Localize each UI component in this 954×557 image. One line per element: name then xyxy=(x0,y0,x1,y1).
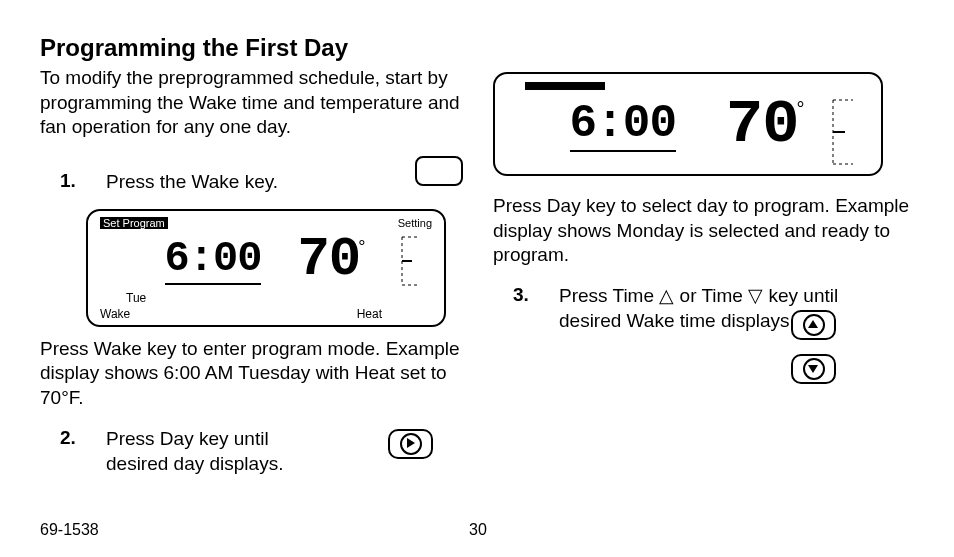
manual-page: Programming the First Day To modify the … xyxy=(0,0,954,557)
step-2: 2. Press Day key until desired day displ… xyxy=(40,427,463,476)
step-text: Press Day key until desired day displays… xyxy=(106,427,336,476)
gauge-icon xyxy=(831,92,857,172)
play-circle-icon xyxy=(400,433,422,455)
step-number: 2. xyxy=(40,427,106,449)
lcd-time: 6:00 xyxy=(165,235,262,285)
up-circle-icon xyxy=(803,314,825,336)
step-1-row: 1. Press the Wake key. xyxy=(40,156,463,201)
lcd-bottom-row: Wake Heat xyxy=(96,305,436,321)
step-number: 1. xyxy=(40,170,106,195)
step-3: 3. Press Time △ or Time ▽ key until desi… xyxy=(493,284,916,333)
page-footer: 69-1538 30 xyxy=(40,521,916,539)
lcd-mid-row: 6:00 70° xyxy=(505,92,871,166)
lcd-top-bar xyxy=(525,82,605,90)
time-down-key-icon xyxy=(791,354,836,384)
caption-1: Press Wake key to enter program mode. Ex… xyxy=(40,337,463,411)
lcd-top-row: Set Program Setting xyxy=(96,217,436,231)
step-1: 1. Press the Wake key. xyxy=(40,170,405,195)
degree-icon: ° xyxy=(358,237,365,257)
triangle-up-icon: △ xyxy=(659,285,674,306)
time-keys xyxy=(791,310,836,384)
right-column: 6:00 70° Press Day key to select day to … xyxy=(493,34,916,537)
gauge-icon xyxy=(400,231,422,291)
step-text-a: Press Time xyxy=(559,285,659,306)
lcd-temp: 70 xyxy=(726,94,798,156)
set-program-chip: Set Program xyxy=(100,217,168,229)
lcd-temp-wrap: 70° xyxy=(726,94,806,156)
setting-label: Setting xyxy=(398,217,432,229)
page-number: 30 xyxy=(469,521,487,539)
page-heading: Programming the First Day xyxy=(40,34,463,62)
triangle-down-icon: ▽ xyxy=(748,285,763,306)
day-key-icon xyxy=(388,429,433,459)
lcd-time: 6:00 xyxy=(570,98,676,152)
wake-key-icon xyxy=(415,156,463,186)
lcd-day: Tue xyxy=(96,289,436,305)
lcd-display-2: 6:00 70° xyxy=(493,72,883,176)
wake-label: Wake xyxy=(100,307,130,321)
heat-label: Heat xyxy=(357,307,382,321)
down-circle-icon xyxy=(803,358,825,380)
caption-2: Press Day key to select day to program. … xyxy=(493,194,916,268)
step-text-b: or Time xyxy=(674,285,748,306)
lcd-mid-row: 6:00 70° xyxy=(96,231,436,289)
degree-icon: ° xyxy=(796,98,804,120)
intro-text: To modify the preprogrammed schedule, st… xyxy=(40,66,463,140)
step-number: 3. xyxy=(493,284,559,333)
left-column: Programming the First Day To modify the … xyxy=(40,34,463,537)
time-up-key-icon xyxy=(791,310,836,340)
lcd-temp-wrap: 70° xyxy=(297,233,367,287)
step-text: Press the Wake key. xyxy=(106,170,405,195)
lcd-temp: 70 xyxy=(297,233,360,287)
doc-number: 69-1538 xyxy=(40,521,99,539)
lcd-display-1: Set Program Setting 6:00 70° Tue Wake He… xyxy=(86,209,446,327)
step-text: Press Time △ or Time ▽ key until desired… xyxy=(559,284,889,333)
